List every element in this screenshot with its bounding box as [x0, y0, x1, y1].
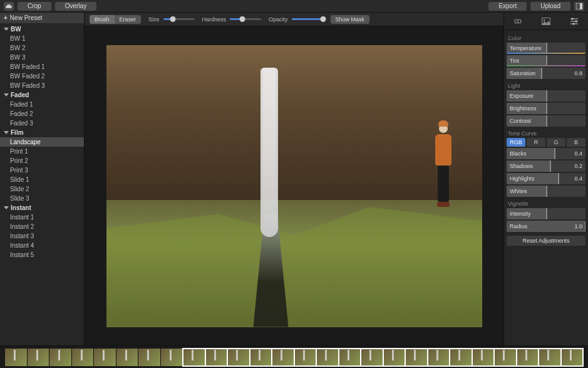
exposure-slider[interactable]: Exposure: [507, 90, 585, 102]
filmstrip-frame[interactable]: [450, 349, 472, 366]
preset-group[interactable]: Faded: [0, 90, 84, 100]
filmstrip-frame[interactable]: [49, 349, 72, 366]
preset-item[interactable]: BW 3: [0, 53, 84, 62]
preset-item[interactable]: Instant 3: [0, 231, 84, 241]
size-slider[interactable]: [163, 18, 195, 20]
preset-item[interactable]: Instant 2: [0, 222, 84, 231]
preset-item[interactable]: Slide 2: [0, 184, 84, 194]
overlay-button[interactable]: Overlay: [55, 2, 96, 11]
photo-preview[interactable]: [106, 45, 482, 327]
rgb-tab[interactable]: RGB: [507, 138, 525, 147]
svg-point-9: [572, 23, 574, 24]
highlights-slider[interactable]: Highlights 0.4: [507, 173, 585, 184]
shadows-slider[interactable]: Shadows 0.2: [507, 160, 585, 172]
filmstrip-frame[interactable]: [339, 349, 361, 366]
filmstrip-frame[interactable]: [250, 349, 272, 366]
intensity-slider[interactable]: Intensity: [507, 208, 585, 219]
preset-item[interactable]: Print 2: [0, 156, 84, 166]
filmstrip-frame[interactable]: [205, 349, 228, 366]
panel-toggle-icon[interactable]: [574, 2, 584, 11]
new-preset-label: New Preset: [10, 14, 43, 21]
preset-item[interactable]: Landscape: [0, 137, 84, 147]
preset-tree: BWBW 1BW 2BW 3BW Faded 1BW Faded 2BW Fad…: [0, 23, 84, 345]
tint-slider[interactable]: Tint: [507, 55, 585, 66]
blacks-slider[interactable]: Blacks 0.4: [507, 148, 585, 159]
filmstrip-frame[interactable]: [517, 349, 539, 366]
radius-slider[interactable]: Radius 1.0: [507, 221, 585, 232]
filmstrip-frame[interactable]: [116, 349, 139, 366]
preset-group[interactable]: Film: [0, 128, 84, 137]
preset-item[interactable]: Faded 3: [0, 118, 84, 128]
saturation-slider[interactable]: Saturation 0.8: [507, 68, 585, 79]
preset-item[interactable]: BW 1: [0, 34, 84, 43]
preset-item[interactable]: Instant 4: [0, 241, 84, 250]
filmstrip-frame[interactable]: [494, 349, 517, 366]
preset-item[interactable]: Instant 5: [0, 250, 84, 260]
filmstrip[interactable]: [0, 345, 588, 368]
tone-curve-channel-tabs: RGB R G B: [507, 138, 585, 147]
crop-button[interactable]: Crop: [18, 2, 51, 11]
preset-item[interactable]: BW Faded 1: [0, 62, 84, 71]
filmstrip-frame[interactable]: [472, 349, 495, 366]
filmstrip-frame[interactable]: [227, 349, 250, 366]
r-tab[interactable]: R: [527, 138, 545, 147]
contrast-slider[interactable]: Contrast: [507, 115, 585, 127]
filmstrip-frame[interactable]: [183, 349, 205, 366]
infinity-tab-icon[interactable]: [512, 16, 524, 27]
preset-item[interactable]: Print 1: [0, 147, 84, 156]
filmstrip-frame[interactable]: [561, 349, 584, 366]
reset-adjustments-button[interactable]: Reset Adjustments: [507, 236, 585, 246]
filmstrip-frame[interactable]: [5, 349, 28, 366]
preset-group-label: BW: [11, 26, 21, 33]
filmstrip-frame[interactable]: [361, 349, 383, 366]
hardness-label: Hardness: [202, 16, 227, 23]
temperature-slider[interactable]: Temperature: [507, 43, 585, 54]
plus-icon: +: [4, 14, 8, 21]
opacity-slider[interactable]: [292, 18, 323, 20]
light-section-label: Light: [507, 80, 585, 90]
export-button[interactable]: Export: [488, 2, 527, 11]
filmstrip-frame[interactable]: [405, 349, 428, 366]
g-tab[interactable]: G: [547, 138, 565, 147]
brightness-slider[interactable]: Brightness: [507, 103, 585, 114]
show-mask-button[interactable]: Show Mask: [331, 15, 370, 24]
filmstrip-frame[interactable]: [316, 349, 339, 366]
upload-button[interactable]: Upload: [530, 2, 570, 11]
hardness-slider[interactable]: [230, 18, 261, 20]
image-tab-icon[interactable]: [540, 16, 552, 27]
top-toolbar: Crop Overlay Export Upload: [0, 0, 588, 13]
preset-item[interactable]: BW 2: [0, 43, 84, 53]
preset-item[interactable]: BW Faded 3: [0, 81, 84, 90]
preset-group[interactable]: Instant: [0, 203, 84, 213]
preset-group-label: Film: [11, 129, 24, 136]
adjustments-scroll: Color Temperature Tint Saturation 0.8 Li…: [504, 30, 588, 345]
preset-item[interactable]: Instant 1: [0, 213, 84, 222]
preset-item[interactable]: Slide 3: [0, 194, 84, 203]
disclosure-triangle-icon: [4, 28, 9, 31]
preset-item[interactable]: Slide 1: [0, 175, 84, 184]
preset-item[interactable]: BW Faded 2: [0, 71, 84, 81]
filmstrip-frame[interactable]: [72, 349, 95, 366]
preset-item[interactable]: Faded 2: [0, 109, 84, 118]
filmstrip-frame[interactable]: [28, 349, 50, 366]
b-tab[interactable]: B: [567, 138, 585, 147]
eraser-button[interactable]: Eraser: [115, 15, 142, 24]
opacity-label: Opacity: [269, 16, 288, 23]
preset-item[interactable]: Faded 1: [0, 100, 84, 109]
color-section-label: Color: [507, 33, 585, 43]
filmstrip-frame[interactable]: [539, 349, 561, 366]
preset-group[interactable]: BW: [0, 24, 84, 34]
new-preset-button[interactable]: + New Preset: [0, 13, 84, 23]
whites-slider[interactable]: Whites: [507, 186, 585, 197]
filmstrip-frame[interactable]: [94, 349, 116, 366]
filmstrip-frame[interactable]: [383, 349, 406, 366]
filmstrip-frame[interactable]: [272, 349, 294, 366]
preset-item[interactable]: Print 3: [0, 166, 84, 175]
sliders-tab-icon[interactable]: [569, 16, 580, 27]
svg-point-5: [571, 18, 573, 19]
brush-button[interactable]: Brush: [90, 15, 115, 24]
filmstrip-frame[interactable]: [428, 349, 450, 366]
filmstrip-frame[interactable]: [138, 349, 161, 366]
filmstrip-frame[interactable]: [161, 349, 183, 366]
filmstrip-frame[interactable]: [294, 349, 317, 366]
